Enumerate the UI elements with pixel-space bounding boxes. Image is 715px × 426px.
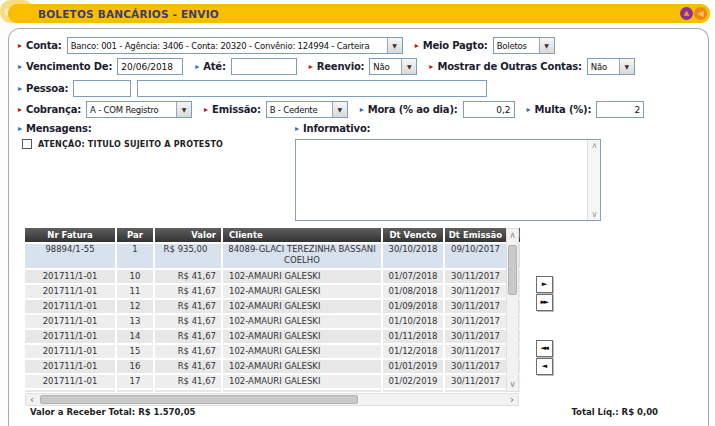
scroll-down-icon[interactable]: ∨ bbox=[507, 379, 518, 389]
column-header: Nr Fatura bbox=[25, 228, 115, 242]
scroll-right-icon[interactable]: › bbox=[510, 394, 514, 405]
table-cell: 10 bbox=[117, 270, 153, 283]
table-cell: 01/08/2018 bbox=[383, 285, 443, 298]
table-row[interactable]: 201711/1-0117R$ 41,67102-AMAURI GALESKI0… bbox=[25, 375, 520, 388]
column-header: Dt Emissão bbox=[445, 228, 506, 242]
mora-label: Mora (% ao dia): bbox=[368, 104, 458, 115]
table-cell: R$ 41,67 bbox=[155, 375, 221, 388]
table-cell: 01/07/2018 bbox=[383, 270, 443, 283]
scroll-up-icon[interactable]: ∧ bbox=[507, 230, 518, 240]
mostrar-outras-contas-select[interactable]: Não ▼ bbox=[587, 58, 635, 75]
table-cell: 102-AMAURI GALESKI bbox=[223, 360, 381, 373]
chevron-down-icon: ▼ bbox=[619, 59, 634, 74]
field-arrow-icon: ▸ bbox=[18, 62, 22, 72]
pessoa-code-input[interactable] bbox=[73, 80, 131, 97]
table-row[interactable]: 201711/1-0115R$ 41,67102-AMAURI GALESKI0… bbox=[25, 345, 520, 358]
informativo-textarea[interactable]: ∧ ∨ bbox=[295, 139, 601, 221]
table-row[interactable]: 201711/1-0114R$ 41,67102-AMAURI GALESKI0… bbox=[25, 330, 520, 343]
informativo-label: Informativo: bbox=[303, 123, 370, 134]
multa-input[interactable] bbox=[596, 101, 644, 118]
mora-input[interactable] bbox=[463, 101, 515, 118]
table-cell: 15 bbox=[117, 345, 153, 358]
first-record-button[interactable]: ◄◄ bbox=[536, 340, 553, 357]
total-liquido: Total Líq.: R$ 0,00 bbox=[571, 407, 658, 417]
table-row[interactable]: 201711/1-0118R$ 41,67102-AMAURI GALESKI bbox=[25, 390, 520, 392]
protesto-checkbox[interactable] bbox=[22, 139, 32, 149]
boletos-grid: Nr FaturaParValorClienteDt VenctoDt Emis… bbox=[25, 228, 520, 392]
scroll-left-icon[interactable]: ‹ bbox=[30, 394, 34, 405]
scroll-down-icon[interactable]: ∨ bbox=[588, 210, 601, 219]
page-title: BOLETOS BANCÁRIOS - ENVIO bbox=[38, 8, 219, 20]
table-cell: 1 bbox=[117, 244, 153, 268]
table-cell bbox=[445, 390, 506, 392]
cobranca-select-value: A - COM Registro bbox=[87, 105, 176, 115]
previous-record-button[interactable]: ◄ bbox=[536, 358, 553, 375]
pessoa-name-input[interactable] bbox=[137, 80, 487, 97]
table-row[interactable]: 201711/1-0113R$ 41,67102-AMAURI GALESKI0… bbox=[25, 315, 520, 328]
conta-label: Conta: bbox=[26, 40, 62, 51]
table-cell: R$ 41,67 bbox=[155, 360, 221, 373]
horizontal-scroll-thumb[interactable] bbox=[40, 395, 358, 404]
emissao-label: Emissão: bbox=[212, 104, 261, 115]
meio-pagto-select-value: Boletos bbox=[494, 41, 539, 51]
column-header: Par bbox=[117, 228, 153, 242]
table-cell: 30/11/2017 bbox=[445, 375, 506, 388]
table-cell: 01/12/2018 bbox=[383, 345, 443, 358]
chevron-down-icon: ▼ bbox=[332, 102, 347, 117]
mensagens-label-row: ▸ Mensagens: bbox=[18, 123, 97, 134]
table-cell: 01/10/2018 bbox=[383, 315, 443, 328]
protesto-checkbox-row[interactable]: ATENÇÃO: TITULO SUJEITO A PROTESTO bbox=[22, 139, 223, 149]
field-arrow-icon: ▸ bbox=[18, 124, 22, 134]
reenvio-select-value: Não bbox=[370, 62, 401, 72]
field-arrow-icon: ▸ bbox=[527, 105, 531, 115]
table-cell: 102-AMAURI GALESKI bbox=[223, 270, 381, 283]
field-arrow-icon: ▸ bbox=[18, 84, 22, 94]
grid-vertical-scrollbar[interactable]: ∧ ∨ bbox=[506, 228, 519, 392]
table-cell: 201711/1-01 bbox=[25, 270, 115, 283]
table-cell: 30/10/2018 bbox=[383, 244, 443, 268]
conta-select-value: Banco: 001 - Agência: 3406 - Conta: 2032… bbox=[68, 41, 387, 51]
last-record-button[interactable]: ►► bbox=[536, 294, 553, 311]
reenvio-select[interactable]: Não ▼ bbox=[369, 58, 417, 75]
table-cell: 201711/1-01 bbox=[25, 300, 115, 313]
meio-pagto-select[interactable]: Boletos ▼ bbox=[493, 37, 555, 54]
grid-horizontal-scrollbar[interactable]: ‹ › bbox=[25, 393, 519, 406]
table-cell: 102-AMAURI GALESKI bbox=[223, 345, 381, 358]
table-cell: 17 bbox=[117, 375, 153, 388]
table-cell: 01/02/2019 bbox=[383, 375, 443, 388]
table-row[interactable]: 201711/1-0111R$ 41,67102-AMAURI GALESKI0… bbox=[25, 285, 520, 298]
table-cell: 01/11/2018 bbox=[383, 330, 443, 343]
table-row[interactable]: 98894/1-551R$ 935,0084089-GLACI TEREZINH… bbox=[25, 244, 520, 268]
vencimento-de-input[interactable] bbox=[117, 58, 183, 75]
form-row-cobranca: ▸ Cobrança: A - COM Registro ▼ ▸ Emissão… bbox=[18, 101, 644, 118]
table-cell: 201711/1-01 bbox=[25, 330, 115, 343]
vertical-scroll-thumb[interactable] bbox=[508, 245, 517, 295]
table-row[interactable]: 201711/1-0116R$ 41,67102-AMAURI GALESKI0… bbox=[25, 360, 520, 373]
ate-input[interactable] bbox=[231, 58, 297, 75]
textarea-scrollbar[interactable]: ∧ ∨ bbox=[587, 140, 600, 220]
scroll-up-icon[interactable]: ∧ bbox=[588, 141, 601, 150]
required-arrow-icon: ▸ bbox=[18, 41, 22, 51]
scroll-up-icon[interactable]: ▲ bbox=[680, 7, 693, 20]
back-icon[interactable]: ◀ bbox=[694, 7, 707, 20]
table-cell: 14 bbox=[117, 330, 153, 343]
cobranca-label: Cobrança: bbox=[26, 104, 81, 115]
table-row[interactable]: 201711/1-0110R$ 41,67102-AMAURI GALESKI0… bbox=[25, 270, 520, 283]
emissao-select-value: B - Cedente bbox=[267, 105, 332, 115]
meio-pagto-label: Meio Pagto: bbox=[423, 40, 488, 51]
table-cell: R$ 41,67 bbox=[155, 315, 221, 328]
chevron-down-icon: ▼ bbox=[539, 38, 554, 53]
next-record-button[interactable]: ► bbox=[536, 276, 553, 293]
conta-select[interactable]: Banco: 001 - Agência: 3406 - Conta: 2032… bbox=[67, 37, 403, 54]
table-row[interactable]: 201711/1-0112R$ 41,67102-AMAURI GALESKI0… bbox=[25, 300, 520, 313]
mostrar-outras-contas-label: Mostrar de Outras Contas: bbox=[437, 61, 581, 72]
emissao-select[interactable]: B - Cedente ▼ bbox=[266, 101, 348, 118]
table-cell: 13 bbox=[117, 315, 153, 328]
table-cell: 102-AMAURI GALESKI bbox=[223, 285, 381, 298]
vencimento-de-label: Vencimento De: bbox=[26, 61, 112, 72]
cobranca-select[interactable]: A - COM Registro ▼ bbox=[86, 101, 192, 118]
table-cell: 102-AMAURI GALESKI bbox=[223, 330, 381, 343]
table-cell: R$ 41,67 bbox=[155, 390, 221, 392]
required-arrow-icon: ▸ bbox=[429, 62, 433, 72]
boletos-envio-window: BOLETOS BANCÁRIOS - ENVIO ▲ ◀ ▸ Conta: B… bbox=[0, 0, 715, 426]
